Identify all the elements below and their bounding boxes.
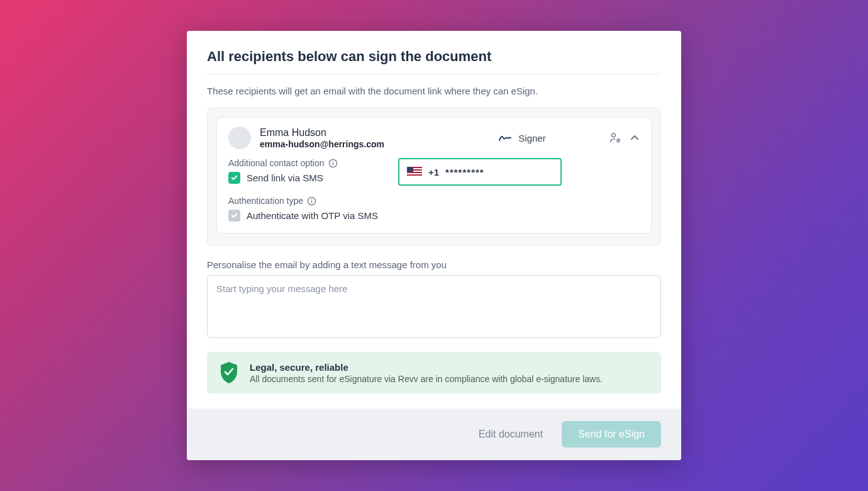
otp-sms-label: Authenticate with OTP via SMS — [247, 210, 378, 221]
recipient-role-label: Signer — [518, 133, 545, 144]
recipient-role[interactable]: Signer — [445, 133, 599, 144]
user-settings-icon[interactable] — [608, 132, 622, 144]
chevron-up-icon — [630, 133, 640, 143]
legal-title: Legal, secure, reliable — [250, 362, 603, 373]
authentication-row: Authentication type Authenticate with OT… — [228, 196, 640, 222]
additional-contact-label-text: Additional contact option — [228, 158, 325, 168]
modal-content: All recipients below can sign the docume… — [187, 31, 681, 409]
message-textarea[interactable] — [207, 275, 661, 338]
additional-contact-label: Additional contact option — [228, 158, 379, 168]
recipient-card: Emma Hudson emma-hudson@herrings.com Sig… — [216, 117, 652, 234]
checkbox-unchecked-icon — [228, 210, 240, 222]
checkbox-checked-icon — [228, 172, 240, 184]
svg-rect-4 — [332, 161, 333, 162]
info-icon[interactable] — [328, 159, 338, 168]
svg-rect-7 — [311, 199, 312, 200]
modal-title: All recipients below can sign the docume… — [207, 48, 661, 74]
send-link-sms-checkbox[interactable]: Send link via SMS — [228, 172, 379, 184]
avatar — [228, 127, 251, 149]
info-icon[interactable] — [307, 196, 316, 206]
recipient-header: Emma Hudson emma-hudson@herrings.com Sig… — [228, 127, 640, 149]
edit-document-button[interactable]: Edit document — [476, 424, 545, 445]
auth-type-label: Authentication type — [228, 196, 640, 206]
sms-option-block: Additional contact option Send l — [228, 158, 379, 186]
esign-recipients-modal: All recipients below can sign the docume… — [187, 31, 681, 460]
svg-rect-3 — [332, 162, 333, 165]
svg-point-0 — [612, 133, 616, 137]
us-flag-icon — [407, 167, 422, 177]
legal-banner: Legal, secure, reliable All documents se… — [207, 352, 661, 393]
send-link-sms-label: Send link via SMS — [247, 172, 323, 183]
modal-footer: Edit document Send for eSign — [187, 409, 681, 460]
recipient-identity: Emma Hudson emma-hudson@herrings.com — [260, 127, 436, 149]
auth-type-label-text: Authentication type — [228, 196, 303, 206]
phone-input[interactable]: +1 ********* — [398, 158, 562, 186]
recipient-email: emma-hudson@herrings.com — [260, 139, 436, 149]
collapse-toggle[interactable] — [630, 133, 640, 143]
country-code: +1 — [428, 167, 439, 178]
recipient-name: Emma Hudson — [260, 127, 436, 138]
personalise-label: Personalise the email by adding a text m… — [207, 259, 661, 270]
send-for-esign-button[interactable]: Send for eSign — [562, 421, 661, 448]
recipients-panel: Emma Hudson emma-hudson@herrings.com Sig… — [207, 108, 661, 246]
otp-sms-checkbox[interactable]: Authenticate with OTP via SMS — [228, 210, 640, 222]
shield-check-icon — [218, 361, 240, 385]
phone-masked: ********* — [445, 167, 484, 178]
modal-subtitle: These recipients will get an email with … — [207, 86, 661, 96]
recipient-actions — [608, 132, 640, 144]
signature-icon — [498, 133, 512, 143]
svg-rect-6 — [311, 200, 312, 203]
legal-subtitle: All documents sent for eSignature via Re… — [250, 374, 603, 384]
additional-contact-row: Additional contact option Send l — [228, 158, 640, 186]
legal-text: Legal, secure, reliable All documents se… — [250, 362, 603, 384]
